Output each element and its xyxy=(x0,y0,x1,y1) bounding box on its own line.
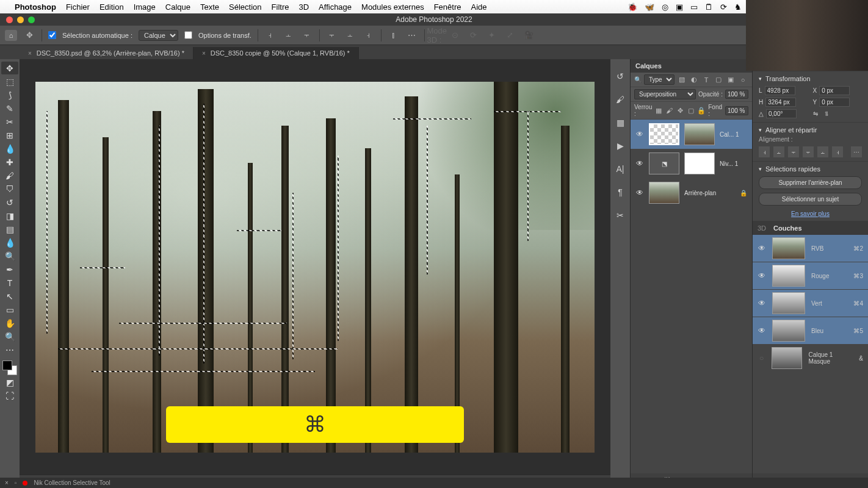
status-icon[interactable]: ▣ xyxy=(676,2,683,12)
actions-panel-icon[interactable]: ▶ xyxy=(617,141,624,151)
healing-tool[interactable]: ✚ xyxy=(1,156,18,168)
status-icon[interactable]: ◎ xyxy=(662,2,668,12)
height-input[interactable] xyxy=(765,98,796,107)
menu-3d[interactable]: 3D xyxy=(298,2,309,12)
character-panel-icon[interactable]: A| xyxy=(617,164,624,174)
edit-toolbar[interactable]: ⋯ xyxy=(1,343,18,356)
menu-help[interactable]: Aide xyxy=(471,2,486,12)
status-icon[interactable]: 🐞 xyxy=(627,2,637,12)
filter-toggle-icon[interactable]: ○ xyxy=(738,75,748,85)
align-left-button[interactable]: ⫞ xyxy=(759,146,770,157)
menu-image[interactable]: Image xyxy=(134,2,156,12)
visibility-toggle-icon[interactable]: 👁 xyxy=(635,130,644,138)
status-icon[interactable]: ⟳ xyxy=(720,2,727,12)
more-align-icon[interactable]: ⋯ xyxy=(406,29,418,41)
menu-layer[interactable]: Calque xyxy=(165,2,190,12)
frame-tool[interactable]: ⊞ xyxy=(1,129,18,142)
align-center-h-icon[interactable]: ⫠ xyxy=(283,29,295,41)
path-select-tool[interactable]: ↖ xyxy=(1,290,18,303)
lock-transparent-icon[interactable]: ▦ xyxy=(654,106,662,115)
layer-thumbnail[interactable] xyxy=(649,182,679,204)
more-align-icon[interactable]: ⋯ xyxy=(851,146,862,157)
close-tab-icon[interactable]: × xyxy=(202,50,206,57)
flip-h-icon[interactable]: ⇋ xyxy=(813,110,818,117)
menu-file[interactable]: Fichier xyxy=(66,2,90,12)
status-icon[interactable]: ♞ xyxy=(734,2,742,12)
width-input[interactable] xyxy=(765,86,795,95)
menu-edit[interactable]: Edition xyxy=(99,2,124,12)
home-button[interactable]: ⌂ xyxy=(5,30,17,41)
dodge-tool[interactable]: 🔍 xyxy=(1,249,18,262)
quick-actions-title[interactable]: ▾Sélections rapides xyxy=(759,165,862,173)
document-tab[interactable]: ×DSC_8350.psd @ 63,2% (Arrière-plan, RVB… xyxy=(20,47,193,59)
align-center-v-icon[interactable]: ⫠ xyxy=(344,29,356,41)
pen-tool[interactable]: ✒ xyxy=(1,263,18,276)
crop-tool[interactable]: ✂ xyxy=(1,115,18,128)
swatches-panel-icon[interactable]: ▦ xyxy=(617,118,624,127)
auto-select-checkbox[interactable] xyxy=(48,31,56,39)
filter-shape-icon[interactable]: ▢ xyxy=(714,75,723,85)
angle-input[interactable] xyxy=(766,109,797,118)
zoom-tool[interactable]: 🔍 xyxy=(1,330,18,343)
menu-plugins[interactable]: Modules externes xyxy=(361,2,424,12)
history-brush-tool[interactable]: ↺ xyxy=(1,196,18,209)
x-input[interactable] xyxy=(819,86,850,95)
fill-input[interactable] xyxy=(725,106,748,115)
menu-filter[interactable]: Filtre xyxy=(272,2,289,12)
opacity-input[interactable] xyxy=(725,90,748,99)
lock-all-icon[interactable]: 🔒 xyxy=(697,106,706,115)
lasso-tool[interactable]: ⟆ xyxy=(1,88,18,101)
distribute-icon[interactable]: ⫿ xyxy=(388,29,400,41)
flip-v-icon[interactable]: ⥮ xyxy=(824,110,829,117)
align-left-icon[interactable]: ⫞ xyxy=(264,29,277,41)
visibility-toggle-icon[interactable]: 👁 xyxy=(635,188,644,197)
filter-text-icon[interactable]: T xyxy=(701,75,711,85)
document-canvas[interactable]: ⌘ xyxy=(35,82,595,453)
layer-item[interactable]: 👁 ⬔ Niv... 1 xyxy=(631,149,752,178)
close-button[interactable] xyxy=(6,16,13,23)
collapse-icon[interactable]: ▫ xyxy=(15,479,17,486)
tab-channels[interactable]: Couches xyxy=(773,224,801,232)
align-right-icon[interactable]: ⫟ xyxy=(301,29,313,41)
adjustment-thumbnail[interactable]: ⬔ xyxy=(649,152,679,174)
y-input[interactable] xyxy=(819,98,850,107)
brush-panel-icon[interactable]: 🖌 xyxy=(616,95,624,104)
close-tab-icon[interactable]: × xyxy=(28,50,32,57)
learn-more-link[interactable]: En savoir plus xyxy=(759,210,862,217)
visibility-toggle-icon[interactable]: 👁 xyxy=(758,271,766,280)
eraser-tool[interactable]: ◨ xyxy=(1,209,18,222)
layer-name[interactable]: Cal... 1 xyxy=(720,131,739,138)
eyedropper-tool[interactable]: 💧 xyxy=(1,142,18,155)
adjustments-panel-icon[interactable]: ✂ xyxy=(617,210,624,220)
lock-pixels-icon[interactable]: 🖌 xyxy=(665,106,673,115)
channel-item[interactable]: 👁 RVB ⌘2 xyxy=(753,235,868,262)
gradient-tool[interactable]: ▤ xyxy=(1,223,18,235)
lock-artboard-icon[interactable]: ▢ xyxy=(687,106,695,115)
channel-item[interactable]: 👁 Rouge ⌘3 xyxy=(753,262,868,290)
paragraph-panel-icon[interactable]: ¶ xyxy=(618,187,623,197)
visibility-toggle-icon[interactable]: 👁 xyxy=(758,326,766,335)
layer-item[interactable]: 👁 Arrière-plan 🔒 xyxy=(631,178,752,207)
filter-pixel-icon[interactable]: ▧ xyxy=(677,75,687,85)
layer-item[interactable]: 👁 Cal... 1 xyxy=(631,120,752,149)
minimize-button[interactable] xyxy=(17,16,24,23)
visibility-toggle-icon[interactable]: 👁 xyxy=(635,159,644,168)
channel-item[interactable]: 👁 Vert ⌘4 xyxy=(753,290,868,317)
menu-text[interactable]: Texte xyxy=(200,2,219,12)
menu-window[interactable]: Fenêtre xyxy=(434,2,461,12)
nik-tool-label[interactable]: Nik Collection Selective Tool xyxy=(34,479,110,486)
align-top-icon[interactable]: ⫟ xyxy=(326,29,338,41)
blend-mode-dropdown[interactable]: Superposition xyxy=(634,89,696,99)
remove-background-button[interactable]: Supprimer l'arrière-plan xyxy=(759,176,862,189)
layer-name[interactable]: Niv... 1 xyxy=(720,160,738,167)
filter-type-dropdown[interactable]: Type xyxy=(644,74,675,85)
blur-tool[interactable]: 💧 xyxy=(1,236,18,249)
layer-mask-thumbnail[interactable] xyxy=(684,123,715,145)
quick-mask-tool[interactable]: ◩ xyxy=(1,376,18,389)
align-hcenter-button[interactable]: ⫠ xyxy=(773,146,784,157)
align-vcenter-button[interactable]: ⫠ xyxy=(817,146,828,157)
select-subject-button[interactable]: Sélectionner un sujet xyxy=(759,193,862,206)
screen-mode-tool[interactable]: ⛶ xyxy=(1,389,18,402)
stamp-tool[interactable]: ⛉ xyxy=(1,182,18,195)
visibility-toggle-icon[interactable]: ○ xyxy=(758,354,765,362)
